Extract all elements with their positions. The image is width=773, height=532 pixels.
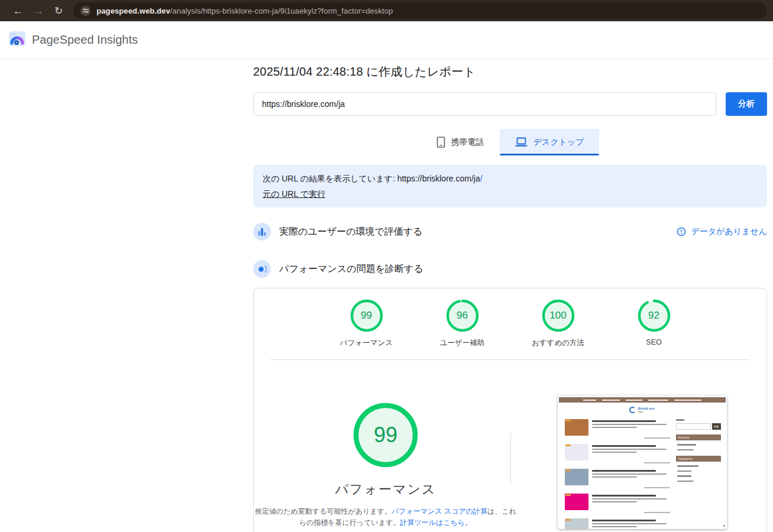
diagnose-performance-icon (253, 260, 271, 278)
thumb-archives-header: Archives (676, 434, 721, 440)
big-gauge-score-value: 99 (353, 403, 418, 468)
tab-desktop[interactable]: デスクトップ (500, 129, 600, 155)
score-calc-link[interactable]: パフォーマンス スコアの計算 (392, 507, 487, 515)
best-practices-gauge: 100 (542, 299, 575, 332)
performance-gauge-column: 99 パフォーマンス 推定値のため変動する可能性があります。パフォーマンス スコ… (254, 360, 518, 532)
thumb-post (565, 469, 670, 488)
calculator-link[interactable]: 計算ツールはこちら。 (400, 518, 472, 527)
app-header: PageSpeed Insights (0, 21, 773, 59)
thumb-nav-bar (559, 397, 726, 403)
note-text-1: 推定値のため変動する可能性があります。 (255, 507, 392, 515)
reload-icon[interactable]: ↻ (54, 6, 63, 16)
thumb-archive-link (677, 449, 694, 451)
performance-score-value: 99 (350, 299, 383, 332)
thumb-site-name: BriskLore (638, 407, 654, 410)
thumb-post-image (565, 419, 588, 436)
tab-mobile[interactable]: 携帯電話 (421, 129, 500, 155)
field-section-title: 実際のユーザーの環境で評価する (279, 226, 423, 238)
thumb-search-button: 検索 (712, 423, 721, 430)
lighthouse-result-card: 99 パフォーマンス 96 ユーザー補助 100 おすすめ (253, 288, 767, 532)
accessibility-score-value: 96 (446, 299, 479, 332)
run-origin-url-link[interactable]: 元の URL で実行 (263, 186, 325, 202)
back-icon[interactable]: ← (13, 6, 23, 16)
thumb-sidebar: 検索 Archives Categories (676, 419, 721, 529)
url-text: pagespeed.web.dev/analysis/https-brisklo… (96, 7, 393, 15)
thumb-search-box: 検索 (676, 423, 721, 430)
desktop-icon (515, 137, 528, 147)
thumb-post (565, 494, 670, 513)
best-practices-score-label: おすすめの方法 (532, 338, 584, 348)
accessibility-gauge: 96 (446, 299, 479, 332)
url-input[interactable] (253, 92, 716, 116)
screenshot-column: BriskLore電脳 (518, 360, 766, 532)
analyze-button[interactable]: 分析 (726, 92, 767, 116)
thumb-nav-item (674, 400, 701, 401)
final-screenshot-wrap: BriskLore電脳 (558, 395, 727, 529)
field-data-icon (253, 223, 271, 241)
thumb-site-tagline: 電脳 (638, 410, 654, 413)
banner-url: https://brisklore.com/ja (397, 174, 480, 183)
score-best-practices[interactable]: 100 おすすめの方法 (526, 299, 591, 348)
thumb-category-link (677, 481, 694, 482)
no-data-label: データがありません (691, 226, 767, 237)
no-data-indicator[interactable]: データがありません (677, 226, 767, 237)
browser-nav-buttons: ← → ↻ (0, 6, 73, 16)
thumb-nav-item (583, 400, 596, 401)
thumb-post-list (565, 419, 670, 529)
thumb-category-link (677, 475, 691, 477)
score-accessibility[interactable]: 96 ユーザー補助 (430, 299, 495, 348)
thumb-nav-item (602, 400, 620, 401)
thumb-search-label (676, 419, 684, 421)
form-factor-tabs: 携帯電話 デスクトップ (253, 129, 767, 155)
forward-icon[interactable]: → (34, 6, 44, 16)
mobile-phone-icon (436, 137, 445, 148)
banner-line1: 次の URL の結果を表示しています: https://brisklore.co… (263, 171, 758, 186)
app-title: PageSpeed Insights (32, 33, 138, 47)
field-data-section-header: 実際のユーザーの環境で評価する データがありません (253, 223, 767, 241)
tab-desktop-label: デスクトップ (533, 137, 584, 148)
score-seo[interactable]: 92 SEO (622, 299, 687, 348)
thumb-archive-link (677, 444, 696, 446)
thumb-body: 検索 Archives Categories (558, 417, 727, 529)
thumb-logo-crescent-icon (629, 407, 636, 413)
thumb-category-link (677, 471, 691, 472)
score-performance[interactable]: 99 パフォーマンス (334, 299, 399, 348)
report-title: 2025/11/04 22:48:18 に作成したレポート (253, 64, 767, 80)
main-content: 2025/11/04 22:48:18 に作成したレポート 分析 携帯電話 デス… (253, 59, 767, 532)
url-domain: pagespeed.web.dev (96, 7, 170, 15)
pagespeed-logo-icon[interactable] (8, 31, 26, 49)
performance-score-label: パフォーマンス (340, 338, 393, 348)
site-screenshot-thumbnail[interactable]: BriskLore電脳 (558, 395, 727, 529)
site-settings-icon[interactable] (80, 6, 90, 16)
vertical-divider (510, 433, 511, 485)
performance-note: 推定値のため変動する可能性があります。パフォーマンス スコアの計算は、これらの指… (254, 506, 518, 528)
big-gauge-label: パフォーマンス (335, 481, 436, 498)
big-performance-gauge: 99 (353, 403, 418, 468)
category-scores-row: 99 パフォーマンス 96 ユーザー補助 100 おすすめ (254, 288, 766, 348)
showing-results-banner: 次の URL の結果を表示しています: https://brisklore.co… (253, 165, 767, 207)
tab-mobile-label: 携帯電話 (451, 137, 484, 148)
address-bar[interactable]: pagespeed.web.dev/analysis/https-brisklo… (73, 2, 767, 19)
thumb-categories-header: Categories (676, 456, 721, 462)
thumb-nav-item (626, 400, 642, 401)
thumb-scroll-indicator (723, 525, 725, 527)
seo-score-value: 92 (638, 299, 671, 332)
url-analyze-row: 分析 (253, 92, 767, 116)
banner-url-slash: / (480, 174, 483, 183)
thumb-post (565, 518, 670, 529)
accessibility-score-label: ユーザー補助 (440, 338, 485, 348)
thumb-post-image (565, 518, 588, 529)
thumb-post-image (565, 444, 588, 460)
tab-selected-underline (500, 154, 600, 155)
best-practices-score-value: 100 (542, 299, 575, 332)
thumb-post (565, 444, 670, 463)
performance-detail-section: 99 パフォーマンス 推定値のため変動する可能性があります。パフォーマンス スコ… (254, 360, 766, 532)
performance-gauge: 99 (350, 299, 383, 332)
thumb-category-link (677, 465, 698, 467)
thumb-post-image (565, 469, 588, 485)
thumb-post-image (565, 494, 588, 510)
browser-chrome: ← → ↻ pagespeed.web.dev/analysis/https-b… (0, 0, 773, 21)
banner-prefix: 次の URL の結果を表示しています: (263, 174, 397, 183)
thumb-nav-item (648, 400, 668, 401)
seo-gauge: 92 (638, 299, 671, 332)
